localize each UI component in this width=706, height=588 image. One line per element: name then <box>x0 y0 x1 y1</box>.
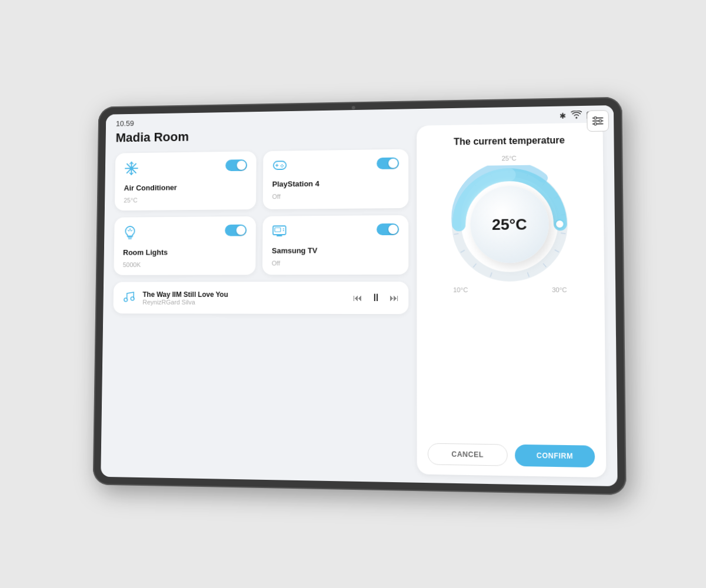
svg-point-53 <box>555 220 564 228</box>
svg-point-18 <box>282 164 283 165</box>
device-card-samsung-tv[interactable]: Samsung TV Off <box>262 215 408 275</box>
wifi-icon <box>571 111 582 121</box>
pause-button[interactable]: ⏸ <box>371 292 381 304</box>
settings-button[interactable] <box>587 110 609 132</box>
music-title: The Way IIM Still Love You <box>142 290 345 299</box>
room-lights-label: Room Lights <box>123 248 247 257</box>
temp-max-label: 30°C <box>552 286 567 293</box>
snowflake-icon <box>124 161 139 178</box>
temperature-dial[interactable]: 25°C <box>449 165 571 284</box>
svg-point-20 <box>281 165 282 166</box>
card-header <box>272 158 399 174</box>
music-artist: ReynizRGard Silva <box>142 298 345 305</box>
svg-point-32 <box>283 230 284 231</box>
svg-point-21 <box>281 166 282 168</box>
device-card-room-lights[interactable]: Room Lights 5000K <box>114 216 256 275</box>
playstation-sub: Off <box>272 192 399 200</box>
tablet-screen: 10.59 ✱ <box>101 105 617 486</box>
svg-line-25 <box>128 230 129 230</box>
temp-25-label: 25°C <box>502 155 517 162</box>
svg-point-4 <box>599 120 601 122</box>
device-grid: Air Conditioner 25°C <box>114 149 408 275</box>
left-panel: Madia Room <box>111 126 409 474</box>
prev-button[interactable]: ⏮ <box>353 292 362 303</box>
music-controls: ⏮ ⏸ ⏭ <box>353 292 399 304</box>
svg-point-19 <box>282 165 284 166</box>
svg-point-34 <box>131 297 134 300</box>
temperature-action-buttons: CANCEL CONFIRM <box>428 443 595 468</box>
camera <box>352 106 355 109</box>
svg-point-31 <box>283 228 284 229</box>
air-conditioner-toggle[interactable] <box>225 159 247 171</box>
device-card-playstation4[interactable]: PlayStation 4 Off <box>263 149 408 209</box>
samsung-tv-sub: Off <box>272 259 399 267</box>
music-info: The Way IIM Still Love You ReynizRGard S… <box>142 290 345 306</box>
temp-min-label: 10°C <box>453 286 468 293</box>
samsung-tv-toggle[interactable] <box>377 223 399 235</box>
room-lights-toggle[interactable] <box>225 225 247 236</box>
temperature-value: 25°C <box>492 215 527 234</box>
gamepad-icon <box>272 159 288 174</box>
playstation-label: PlayStation 4 <box>272 178 399 188</box>
music-player-card: The Way IIM Still Love You ReynizRGard S… <box>113 282 408 314</box>
main-content: Madia Room <box>101 122 617 486</box>
svg-rect-30 <box>275 228 281 232</box>
cancel-button[interactable]: CANCEL <box>428 443 508 466</box>
bulb-icon <box>123 225 136 242</box>
svg-line-26 <box>131 230 132 230</box>
air-conditioner-label: Air Conditioner <box>124 182 247 192</box>
temperature-panel: The current temperature 25°C <box>417 123 606 478</box>
tv-icon <box>272 224 287 240</box>
tablet-device: 10.59 ✱ <box>93 97 627 495</box>
device-card-air-conditioner[interactable]: Air Conditioner 25°C <box>115 151 257 211</box>
temperature-panel-title: The current temperature <box>454 135 565 148</box>
air-conditioner-sub: 25°C <box>124 196 247 204</box>
samsung-tv-label: Samsung TV <box>272 246 399 255</box>
music-icon <box>122 290 135 305</box>
status-time: 10.59 <box>116 119 134 128</box>
card-header <box>124 159 247 178</box>
svg-point-3 <box>594 117 597 119</box>
card-header <box>123 225 247 243</box>
card-header <box>272 223 399 240</box>
bluetooth-icon: ✱ <box>560 111 566 120</box>
confirm-button[interactable]: CONFIRM <box>515 445 595 467</box>
playstation-toggle[interactable] <box>377 158 399 169</box>
svg-point-5 <box>594 123 597 125</box>
temperature-display: 25°C <box>470 186 549 263</box>
room-lights-sub: 5000K <box>123 261 247 268</box>
svg-point-33 <box>124 298 128 302</box>
next-button[interactable]: ⏭ <box>389 292 399 303</box>
